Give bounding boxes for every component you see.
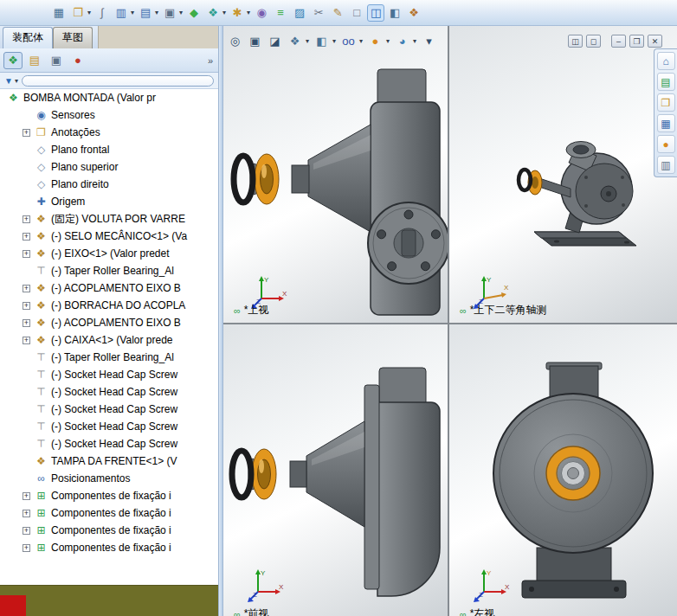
expand-toggle[interactable]: + [23,250,30,258]
viewport-bottom-right[interactable]: XYZ ∞ *左视 [449,324,677,616]
tree-item[interactable]: +❖(-) ACOPLAMENTO EIXO B [0,279,218,297]
expand-toggle[interactable]: + [23,544,30,552]
file-explorer-icon[interactable]: ❐ [657,93,675,112]
viewport-top-left[interactable]: XYZ ∞ *上视 [223,26,448,323]
tree-item[interactable]: +❖(-) SELO MECÂNICO<1> (Va [0,228,218,245]
tree-item[interactable]: +⊞Componentes de fixação i [0,522,218,539]
instant3d-icon[interactable]: ◉ [253,4,270,22]
tree-item[interactable]: +◉Sensores [0,106,218,124]
tree-item[interactable]: +❖(-) CAIXA<1> (Valor prede [0,331,218,349]
expand-toggle[interactable]: + [23,527,30,535]
filter-input[interactable] [22,75,214,87]
view-orientation-icon[interactable]: ❖ [287,33,303,49]
tab-assembly[interactable]: 装配体 [3,27,53,48]
restore-button[interactable]: ❐ [629,35,644,48]
design-tree-icon[interactable]: ≡ [272,4,289,22]
tree-item[interactable]: +⊤(-) Taper Roller Bearing_Al [0,349,218,366]
part-icon[interactable]: ◆ [185,4,203,22]
reference-geometry-icon-arrow[interactable]: ▾ [247,9,250,16]
dimxpert-tab-icon[interactable]: ● [68,52,87,69]
tree-item[interactable]: +⊤(-) Taper Roller Bearing_Al [0,262,218,279]
tree-item[interactable]: +⊤(-) Socket Head Cap Screw [0,383,218,401]
viewport-bottom-left[interactable]: XYZ ∞ *前视 [223,324,448,616]
resources-icon[interactable]: ⌂ [657,52,675,70]
zoom-fit-icon[interactable]: ◎ [227,33,243,49]
wireframe-cube-icon[interactable]: □ [348,4,365,22]
viewport-top-right[interactable]: XYZ ∞ *上下二等角轴测 [449,26,677,323]
expand-toggle[interactable]: + [23,510,30,517]
view-orientation-icon-arrow[interactable]: ▾ [306,37,309,45]
expand-toggle[interactable]: + [23,302,30,310]
tree-item[interactable]: +⊞Componentes de fixação i [0,539,218,556]
scene-icon[interactable]: ◕ [394,33,410,49]
tree-item[interactable]: +❖TAMPA DA FRENTE<1> (V [0,452,218,470]
expand-toggle[interactable]: + [23,215,30,223]
close-button[interactable]: ✕ [648,35,662,48]
cut-icon[interactable]: ✂ [310,4,327,22]
tree-item[interactable]: +✚Origem [0,193,218,210]
tree-item[interactable]: +∞Posicionamentos [0,470,218,487]
expand-toggle[interactable]: + [23,129,30,137]
hide-show-items-icon[interactable]: oo [340,33,357,49]
tree-item[interactable]: +◇Plano direito [0,176,218,193]
edit-appearance-icon-arrow[interactable]: ▾ [386,37,390,45]
expand-toggle[interactable]: + [23,337,30,344]
tree-item[interactable]: +⊤(-) Socket Head Cap Screw [0,418,218,435]
print-icon[interactable]: ▣ [161,4,178,22]
tree-item[interactable]: +❖(固定) VOLUTA POR VARRE [0,210,218,228]
viewport-horizontal-divider[interactable] [223,323,677,324]
expand-toggle[interactable]: + [23,233,30,241]
propertymanager-tab-icon[interactable]: ▤ [25,52,44,69]
sketch-icon[interactable]: ✎ [329,4,346,22]
minimize-button[interactable]: – [611,35,626,48]
tree-item[interactable]: +⊤(-) Socket Head Cap Screw [0,366,218,383]
tree-item[interactable]: +◇Plano frontal [0,141,218,158]
tree-item[interactable]: +❐Anotações [0,124,218,141]
tree-item[interactable]: ❖BOMBA MONTADA (Valor pr [0,89,218,106]
tree-item[interactable]: +❖(-) BORRACHA DO ACOPLA [0,297,218,314]
section-cube-icon[interactable]: ◫ [367,4,384,22]
more-tabs-chevron[interactable]: » [208,55,213,66]
tree-item[interactable]: +◇Plano superior [0,158,218,176]
open-icon-arrow[interactable]: ▾ [87,9,91,16]
layout-icon[interactable]: ▤ [137,4,154,22]
tools-icon[interactable]: ❖ [405,4,422,22]
assembly-cube-icon[interactable]: ❖ [204,4,222,22]
section-view-icon[interactable]: ◪ [267,33,283,49]
viewport-four-button[interactable]: ◻ [586,35,601,48]
layout-icon-arrow[interactable]: ▾ [155,9,158,16]
evaluate-icon[interactable]: ▨ [291,4,308,22]
configurations-tab-icon[interactable]: ▣ [47,52,66,69]
view-palette-icon[interactable]: ▦ [657,114,675,132]
columns-icon-arrow[interactable]: ▾ [131,9,134,16]
display-style-icon-arrow[interactable]: ▾ [332,37,336,45]
design-library-icon[interactable]: ▤ [657,73,675,91]
filter-dropdown-icon[interactable]: ▾ [15,77,18,85]
reference-geometry-icon[interactable]: ✱ [229,4,246,22]
tree-item[interactable]: +❖(-) ACOPLAMENTO EIXO B [0,314,218,331]
custom-properties-icon[interactable]: ▥ [657,156,675,174]
appearances-icon[interactable]: ● [657,135,675,153]
tree-item[interactable]: +⊤(-) Socket Head Cap Screw [0,401,218,418]
filter-funnel-icon[interactable]: ▼ [4,76,13,86]
zoom-area-icon[interactable]: ▣ [247,33,263,49]
tree-item[interactable]: +⊞Componentes de fixação i [0,504,218,522]
display-style-icon[interactable]: ◧ [313,33,330,49]
hud-more-dropdown[interactable]: ▾ [421,33,437,49]
viewport-vertical-divider[interactable] [448,26,449,616]
edit-appearance-icon[interactable]: ● [367,33,384,49]
expand-toggle[interactable]: + [23,492,30,500]
tree-item[interactable]: +⊞Componentes de fixação i [0,487,218,504]
screen-icon[interactable]: ▦ [50,4,68,22]
columns-icon[interactable]: ▥ [113,4,130,22]
attach-icon[interactable]: ∫ [93,4,111,22]
expand-toggle[interactable]: + [23,285,30,292]
hide-show-items-icon-arrow[interactable]: ▾ [359,37,363,45]
shaded-cube-icon[interactable]: ◧ [386,4,403,22]
open-icon[interactable]: ❐ [69,4,87,22]
expand-toggle[interactable]: + [23,319,30,327]
featuremanager-tab-icon[interactable]: ❖ [3,52,23,69]
tree-item[interactable]: +❖(-) EIXO<1> (Valor predet [0,245,218,262]
print-icon-arrow[interactable]: ▾ [179,9,183,16]
tab-sketch[interactable]: 草图 [53,27,93,48]
